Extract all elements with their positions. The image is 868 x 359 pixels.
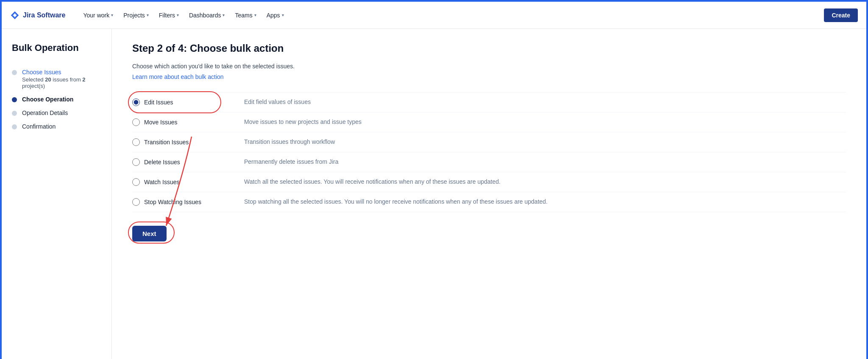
app-header: Jira Software Your work ▾ Projects ▾ Fil… (2, 2, 866, 29)
issues-selected-label: Selected 20 issues from 2 project(s) (22, 76, 101, 89)
option-move-issues: Move Issues Move issues to new projects … (132, 112, 846, 132)
edit-issues-label[interactable]: Edit Issues (144, 99, 173, 106)
step-dot-4 (12, 124, 17, 129)
operation-details-label: Operation Details (22, 109, 68, 116)
option-delete-issues: Delete Issues Permanently delete issues … (132, 152, 846, 172)
sidebar-steps: Choose Issues Selected 20 issues from 2 … (12, 65, 101, 133)
choose-issues-link[interactable]: Choose Issues (22, 69, 101, 76)
option-stop-watching-issues: Stop Watching Issues Stop watching all t… (132, 192, 846, 212)
radio-move-issues[interactable] (132, 118, 140, 126)
delete-issues-label[interactable]: Delete Issues (144, 159, 180, 165)
nav-dashboards[interactable]: Dashboards ▾ (185, 8, 229, 22)
sidebar-step-confirmation: Confirmation (12, 120, 101, 133)
chevron-down-icon: ▾ (254, 13, 256, 17)
create-button[interactable]: Create (824, 8, 858, 22)
choose-operation-label: Choose Operation (22, 96, 73, 103)
next-button-area: Next (132, 226, 167, 241)
nav-apps[interactable]: Apps ▾ (262, 8, 288, 22)
radio-transition-issues[interactable] (132, 138, 140, 146)
radio-edit-issues[interactable] (132, 98, 140, 106)
logo-text: Jira Software (23, 11, 65, 19)
option-edit-issues: Edit Issues Edit field values of issues (132, 92, 846, 112)
main-content: Step 2 of 4: Choose bulk action Choose w… (112, 29, 866, 359)
stop-watching-issues-label[interactable]: Stop Watching Issues (144, 199, 201, 205)
radio-stop-watching-issues[interactable] (132, 198, 140, 206)
move-issues-desc: Move issues to new projects and issue ty… (244, 118, 846, 125)
chevron-down-icon: ▾ (111, 13, 113, 17)
sidebar-step-operation-details: Operation Details (12, 106, 101, 120)
sidebar-step-choose-issues: Choose Issues Selected 20 issues from 2 … (12, 65, 101, 93)
nav-projects[interactable]: Projects ▾ (119, 8, 153, 22)
option-transition-issues: Transition Issues Transition issues thro… (132, 132, 846, 152)
transition-issues-label[interactable]: Transition Issues (144, 139, 189, 146)
content-title: Step 2 of 4: Choose bulk action (132, 42, 846, 54)
chevron-down-icon: ▾ (177, 13, 179, 17)
stop-watching-issues-desc: Stop watching all the selected issues. Y… (244, 198, 846, 205)
step-dot-2 (12, 97, 17, 102)
watch-issues-label[interactable]: Watch Issues (144, 179, 180, 185)
nav-filters[interactable]: Filters ▾ (155, 8, 183, 22)
main-nav: Your work ▾ Projects ▾ Filters ▾ Dashboa… (79, 8, 819, 22)
sidebar: Bulk Operation Choose Issues Selected 20… (2, 29, 112, 359)
content-description: Choose which action you'd like to take o… (132, 63, 846, 70)
radio-watch-issues[interactable] (132, 178, 140, 186)
nav-teams[interactable]: Teams ▾ (231, 8, 260, 22)
logo-area: Jira Software (10, 11, 65, 20)
step-dot-1 (12, 70, 17, 75)
watch-issues-desc: Watch all the selected issues. You will … (244, 178, 846, 185)
jira-logo-icon (10, 11, 19, 20)
option-watch-issues: Watch Issues Watch all the selected issu… (132, 172, 846, 192)
radio-delete-issues[interactable] (132, 158, 140, 166)
step-dot-3 (12, 111, 17, 116)
options-list: Edit Issues Edit field values of issues … (132, 92, 846, 212)
sidebar-step-choose-operation: Choose Operation (12, 93, 101, 106)
next-button[interactable]: Next (132, 226, 167, 241)
move-issues-label[interactable]: Move Issues (144, 119, 178, 126)
delete-issues-desc: Permanently delete issues from Jira (244, 158, 846, 165)
transition-issues-desc: Transition issues through workflow (244, 138, 846, 145)
main-layout: Bulk Operation Choose Issues Selected 20… (2, 29, 866, 359)
chevron-down-icon: ▾ (282, 13, 284, 17)
sidebar-title: Bulk Operation (12, 42, 101, 53)
nav-your-work[interactable]: Your work ▾ (79, 8, 117, 22)
learn-more-link[interactable]: Learn more about each bulk action (132, 73, 224, 80)
edit-issues-desc: Edit field values of issues (244, 98, 846, 105)
chevron-down-icon: ▾ (147, 13, 149, 17)
confirmation-label: Confirmation (22, 123, 56, 130)
chevron-down-icon: ▾ (223, 13, 225, 17)
